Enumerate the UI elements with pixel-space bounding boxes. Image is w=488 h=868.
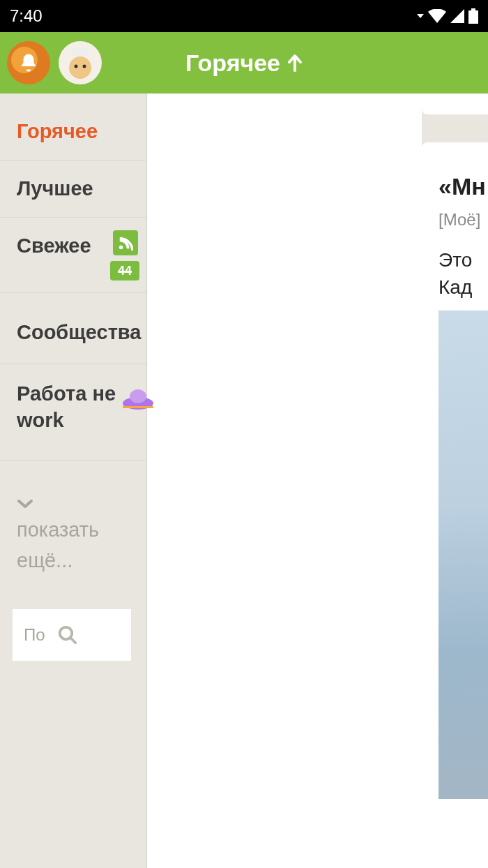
ufo-icon: [123, 384, 153, 414]
show-more-button[interactable]: показать ещё...: [0, 461, 146, 590]
post-image: [439, 310, 488, 799]
arrow-up-icon: [287, 54, 303, 72]
sidebar-item-best[interactable]: Лучшее: [0, 160, 146, 218]
statusbar-indicators: [417, 8, 478, 24]
appbar: Горячее: [0, 32, 488, 93]
cell-signal-icon: [450, 9, 464, 23]
svg-point-6: [119, 246, 123, 250]
show-more-label: показать ещё...: [17, 515, 130, 576]
statusbar: 7:40: [0, 0, 488, 32]
search-icon: [57, 624, 78, 645]
svg-point-3: [69, 57, 91, 79]
rss-icon: [113, 230, 138, 255]
sidebar-item-label: Горячее: [17, 120, 98, 142]
svg-rect-0: [468, 10, 478, 24]
battery-icon: [468, 8, 478, 24]
svg-point-8: [130, 389, 146, 403]
svg-rect-9: [123, 406, 153, 408]
chevron-down-icon: [17, 498, 33, 509]
sidebar-item-label: Лучшее: [17, 177, 93, 200]
wifi-icon: [428, 9, 446, 23]
sidebar-item-communities[interactable]: Сообщества: [0, 293, 146, 364]
appbar-title[interactable]: Горячее: [185, 50, 303, 77]
search-box[interactable]: [13, 609, 131, 661]
appbar-title-text: Горячее: [185, 50, 280, 77]
svg-point-5: [83, 65, 86, 68]
avatar-icon: [63, 45, 98, 80]
svg-rect-1: [471, 8, 475, 10]
svg-point-2: [70, 48, 90, 57]
search-input[interactable]: [24, 625, 52, 645]
sidebar-item-label: Работа не work: [17, 382, 116, 431]
svg-point-4: [75, 65, 78, 68]
right-column: «Мн [Моё] Это Кад: [422, 93, 488, 868]
sidebar-item-work[interactable]: Работа не work: [0, 364, 146, 461]
sidebar-item-label: Сообщества: [17, 321, 141, 343]
post-tag: [Моё]: [439, 210, 488, 230]
post-body-line: Кад: [439, 274, 488, 301]
bell-icon: [18, 52, 39, 74]
statusbar-time: 7:40: [10, 6, 43, 26]
avatar[interactable]: [59, 41, 102, 84]
post-title: «Мн: [439, 173, 488, 200]
post-card[interactable]: «Мн [Моё] Это Кад: [422, 142, 488, 868]
content-column: [146, 93, 422, 868]
sidebar-item-label: Свежее: [17, 234, 91, 257]
sidebar-item-hot[interactable]: Горячее: [0, 107, 146, 160]
fresh-count-badge: 44: [110, 261, 139, 280]
sidebar: Горячее Лучшее Свежее 44 Сообщества Рабо…: [0, 93, 146, 868]
post-body-line: Это: [439, 246, 488, 274]
notifications-button[interactable]: [7, 41, 50, 84]
card-top-fragment: [422, 93, 488, 114]
dropdown-caret-icon: [417, 13, 424, 20]
sidebar-item-fresh[interactable]: Свежее 44: [0, 218, 146, 293]
